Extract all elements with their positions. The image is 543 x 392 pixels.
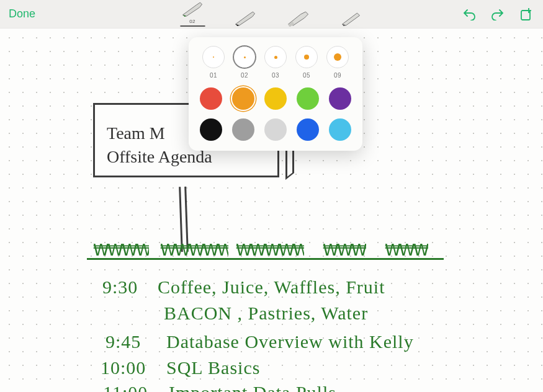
agenda-text: Coffee, Juice, Waffles, Fruit [158,277,385,298]
thickness-label: 05 [303,72,310,79]
pen-tool-marker-black[interactable] [233,11,258,27]
pen-size-label: 02 [189,19,195,24]
toolbar-right-cluster [462,7,543,21]
toolbar: Done 02 [0,0,543,29]
thickness-label: 01 [210,72,217,79]
new-page-button[interactable] [519,7,532,21]
color-swatch-red[interactable] [200,87,222,110]
color-row-2 [199,118,352,141]
pen-tool-cluster: 02 [180,1,363,27]
grass-tuft: ₩₩₩₩₩₩ [160,241,228,262]
thickness-option-02[interactable]: 02 [231,46,258,79]
agenda-time: 9:45 [105,331,141,352]
thickness-label: 03 [272,72,279,79]
pen-tool-marker-green[interactable]: 02 [180,1,205,27]
color-swatch-yellow[interactable] [264,87,287,110]
thickness-row: 0102030509 [199,46,352,79]
pen-options-popover: 0102030509 [189,37,362,151]
agenda-time: 11:00 [103,382,148,392]
color-swatch-blue[interactable] [297,118,319,141]
agenda-time: 9:30 [102,277,138,298]
grass-tuft: ₩₩₩₩₩₩ [236,241,304,262]
color-swatch-skyblue[interactable] [329,118,351,141]
color-swatch-gray[interactable] [232,118,254,141]
pen-tool-highlighter[interactable] [285,11,310,27]
pen-tool-pencil[interactable] [338,11,363,27]
thickness-option-01[interactable]: 01 [200,46,227,79]
done-button[interactable]: Done [0,7,44,20]
thickness-option-09[interactable]: 09 [324,46,351,79]
color-swatch-orange[interactable] [232,87,254,110]
thickness-option-05[interactable]: 05 [293,46,320,79]
color-swatch-lightgray[interactable] [264,118,287,141]
thickness-option-03[interactable]: 03 [262,46,289,79]
color-swatch-purple[interactable] [329,87,351,110]
agenda-text: SQL Basics [166,357,260,378]
grass-tuft: ₩₩₩ [323,241,366,262]
grass-tuft: ₩₩₩ [385,241,428,262]
color-swatch-black[interactable] [200,118,222,141]
grass-tuft: ₩₩₩₩₩ [93,241,149,262]
color-swatch-green[interactable] [297,87,319,110]
agenda-text: Important Data Pulls [169,382,336,392]
undo-button[interactable] [462,8,476,20]
color-row-1 [199,87,352,110]
agenda-text: BACON , Pastries, Water [164,303,368,324]
agenda-text: Database Overview with Kelly [166,331,414,352]
sign-line1: Team M [107,123,165,143]
redo-button[interactable] [491,8,505,20]
thickness-label: 02 [241,72,248,79]
thickness-label: 09 [334,72,341,79]
agenda-time: 10:00 [101,357,146,378]
